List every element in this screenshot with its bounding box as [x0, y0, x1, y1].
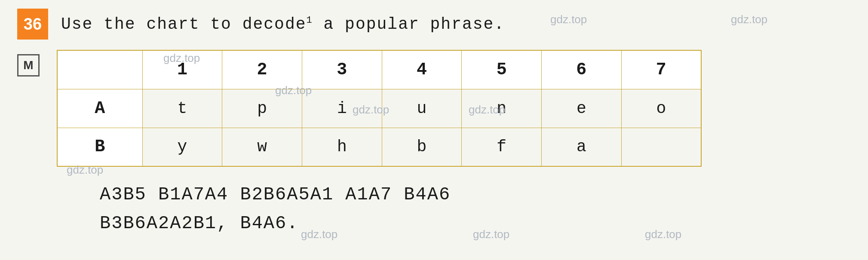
- phrase-line1: A3B5 B1A7A4 B2B6A5A1 A1A7 B4A6: [100, 180, 851, 209]
- col-header-6: 6: [542, 50, 622, 89]
- m-badge: M: [17, 54, 40, 76]
- cell-b2: w: [222, 128, 302, 166]
- cell-a6: e: [542, 89, 622, 128]
- cell-b5: f: [462, 128, 542, 166]
- problem-number: 36: [17, 9, 48, 40]
- watermark-5: gdz.top: [353, 103, 389, 116]
- problem-text: Use the chart to decode1 a popular phras…: [61, 15, 505, 34]
- table-row-b: B y w h b f a: [57, 128, 701, 166]
- row-label-a: A: [57, 89, 142, 128]
- watermark-3: gdz.top: [163, 52, 200, 65]
- cell-b1: y: [142, 128, 222, 166]
- col-header-7: 7: [621, 50, 701, 89]
- cell-b7: [621, 128, 701, 166]
- page-container: gdz.top gdz.top gdz.top gdz.top gdz.top …: [0, 0, 868, 260]
- watermark-10: gdz.top: [645, 228, 681, 241]
- watermark-8: gdz.top: [301, 228, 337, 241]
- row-label-b: B: [57, 128, 142, 166]
- cell-a4: u: [382, 89, 462, 128]
- watermark-9: gdz.top: [473, 228, 509, 241]
- cell-b3: h: [302, 128, 382, 166]
- table-header-row: 1 2 3 4 5 6 7: [57, 50, 701, 89]
- problem-text-part1: Use the chart to decode: [61, 15, 307, 34]
- col-header-2: 2: [222, 50, 302, 89]
- watermark-4: gdz.top: [275, 84, 312, 97]
- watermark-2: gdz.top: [731, 13, 767, 26]
- table-section: 1 2 3 4 5 6 7 A t p i u n e o: [57, 50, 851, 238]
- header-row: 36 Use the chart to decode1 a popular ph…: [17, 9, 851, 40]
- superscript: 1: [307, 15, 313, 26]
- cell-a1: t: [142, 89, 222, 128]
- cell-b6: a: [542, 128, 622, 166]
- problem-text-part2: a popular phrase.: [313, 15, 505, 34]
- col-header-3: 3: [302, 50, 382, 89]
- cell-b4: b: [382, 128, 462, 166]
- col-header-5: 5: [462, 50, 542, 89]
- cell-a7: o: [621, 89, 701, 128]
- watermark-7: gdz.top: [67, 163, 103, 177]
- empty-header-cell: [57, 50, 142, 89]
- col-header-4: 4: [382, 50, 462, 89]
- content-area: M 1 2 3 4 5 6 7 A t p i u: [17, 50, 851, 238]
- watermark-6: gdz.top: [469, 103, 505, 116]
- watermark-1: gdz.top: [550, 13, 587, 26]
